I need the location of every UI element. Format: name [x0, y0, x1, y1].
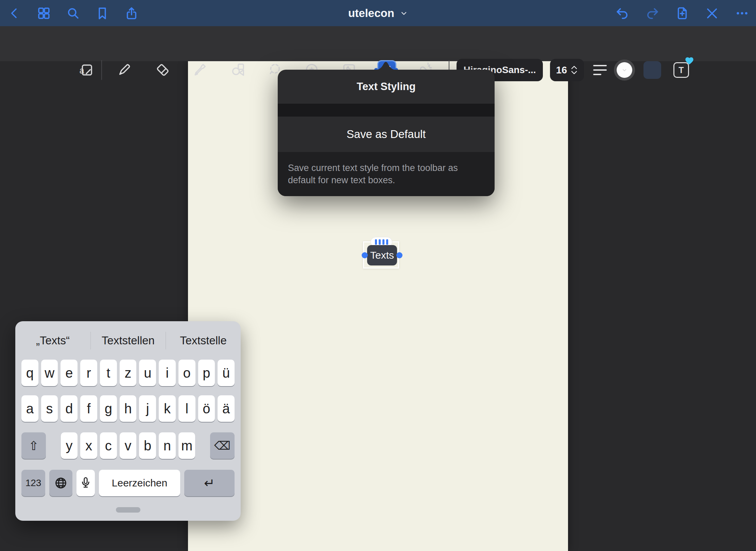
key-c[interactable]: c	[100, 432, 117, 459]
globe-icon	[54, 477, 67, 489]
heart-icon	[684, 56, 694, 66]
document-title-group[interactable]: utelecon	[348, 0, 408, 26]
key-p[interactable]: p	[198, 360, 215, 386]
key-t[interactable]: t	[100, 360, 117, 386]
backspace-key[interactable]: ⌫	[210, 432, 235, 459]
font-size-value: 16	[556, 65, 567, 76]
key-y[interactable]: y	[61, 432, 78, 459]
suggestion-3[interactable]: Textstelle	[166, 332, 241, 349]
key-o[interactable]: o	[178, 360, 195, 386]
text-styling-popup: Text Styling Save as Default Save curren…	[278, 70, 495, 196]
keyboard-row-2: asdfghjklöä	[21, 395, 235, 422]
pen-tool-button[interactable]	[114, 59, 135, 81]
top-navigation-bar: utelecon	[0, 0, 756, 26]
key-h[interactable]: h	[120, 395, 137, 422]
drag-handle-bar	[382, 239, 384, 245]
chevron-down-icon	[400, 9, 408, 17]
key-n[interactable]: n	[159, 432, 176, 459]
key-b[interactable]: b	[139, 432, 156, 459]
redo-button[interactable]	[644, 5, 661, 22]
align-left-icon	[593, 65, 607, 75]
eraser-icon	[155, 62, 170, 78]
globe-key[interactable]	[49, 470, 72, 496]
key-s[interactable]: s	[41, 395, 58, 422]
key-l[interactable]: l	[178, 395, 195, 422]
onscreen-keyboard: „Texts“TextstellenTextstelle qwertzuiopü…	[15, 321, 241, 521]
key-d[interactable]: d	[61, 395, 78, 422]
popup-title: Text Styling	[278, 70, 495, 104]
shapes-tool-button[interactable]	[227, 59, 249, 81]
page-title: utelecon	[348, 7, 394, 20]
selection-handle-right[interactable]	[396, 252, 402, 258]
key-g[interactable]: g	[100, 395, 117, 422]
back-button[interactable]	[6, 5, 23, 22]
grid-icon	[37, 6, 51, 20]
text-box[interactable]: Texts	[367, 245, 397, 265]
drag-handle-bar	[375, 239, 377, 245]
dictation-key[interactable]	[76, 470, 95, 496]
color-swatch-white	[617, 62, 632, 78]
tools-toolbar: a	[0, 26, 756, 61]
row3-letters: yxcvbnm	[61, 432, 195, 459]
text-align-button[interactable]	[589, 59, 611, 81]
text-box-content: Texts	[370, 249, 394, 261]
suggestion-1[interactable]: „Texts“	[15, 332, 90, 349]
key-e[interactable]: e	[61, 360, 78, 386]
save-as-default-button[interactable]: Save as Default	[278, 117, 495, 152]
search-button[interactable]	[65, 5, 82, 22]
shift-key[interactable]: ⇧	[21, 432, 46, 459]
suggestion-2[interactable]: Textstellen	[90, 332, 166, 349]
drag-handle-bar	[386, 239, 388, 245]
selection-handle-left[interactable]	[362, 252, 368, 258]
bookmark-icon	[95, 6, 109, 20]
key-v[interactable]: v	[120, 432, 137, 459]
popup-separator-band	[278, 104, 495, 117]
chevron-left-icon	[8, 6, 21, 20]
share-icon	[124, 6, 139, 20]
key-a[interactable]: a	[21, 395, 38, 422]
key-j[interactable]: j	[139, 395, 156, 422]
key-i[interactable]: i	[159, 360, 176, 386]
stepper-chevrons-icon	[570, 64, 578, 76]
popup-description: Save current text style from the toolbar…	[278, 152, 495, 196]
share-button[interactable]	[123, 5, 140, 22]
key-w[interactable]: w	[41, 360, 58, 386]
keyboard-row-4: 123 Leerzeichen ↵	[21, 470, 235, 496]
search-icon	[66, 6, 80, 20]
eraser-tool-button[interactable]	[152, 59, 173, 81]
toolbar-divider	[101, 60, 102, 80]
keyboard-row-1: qwertzuiopü	[21, 360, 235, 386]
space-key[interactable]: Leerzeichen	[99, 470, 180, 496]
key-ä[interactable]: ä	[218, 395, 235, 422]
key-m[interactable]: m	[178, 432, 195, 459]
font-size-stepper[interactable]: 16	[550, 59, 584, 81]
microphone-icon	[80, 477, 91, 489]
app-root: utelecon	[0, 0, 756, 551]
highlighter-tool-button[interactable]	[189, 59, 211, 81]
key-q[interactable]: q	[21, 360, 38, 386]
text-color-button[interactable]	[614, 59, 635, 81]
key-k[interactable]: k	[159, 395, 176, 422]
thumbnails-button[interactable]	[35, 5, 52, 22]
topbar-left-group	[6, 0, 140, 26]
bookmark-button[interactable]	[94, 5, 111, 22]
key-f[interactable]: f	[80, 395, 97, 422]
zoom-window-tool-button[interactable]: a	[75, 59, 97, 81]
key-ü[interactable]: ü	[218, 360, 235, 386]
keyboard-grabber[interactable]	[116, 507, 140, 513]
redo-icon	[645, 6, 659, 20]
return-key[interactable]: ↵	[184, 470, 235, 496]
key-x[interactable]: x	[80, 432, 97, 459]
more-button[interactable]	[734, 5, 751, 22]
topbar-right-group	[614, 0, 751, 26]
numbers-key[interactable]: 123	[21, 470, 45, 496]
key-r[interactable]: r	[80, 360, 97, 386]
secondary-color-swatch[interactable]	[643, 61, 661, 79]
key-ö[interactable]: ö	[198, 395, 215, 422]
svg-text:a: a	[80, 66, 84, 75]
add-page-button[interactable]	[674, 5, 691, 22]
key-u[interactable]: u	[139, 360, 156, 386]
undo-button[interactable]	[614, 5, 631, 22]
readonly-mode-button[interactable]	[704, 5, 721, 22]
key-z[interactable]: z	[120, 360, 137, 386]
